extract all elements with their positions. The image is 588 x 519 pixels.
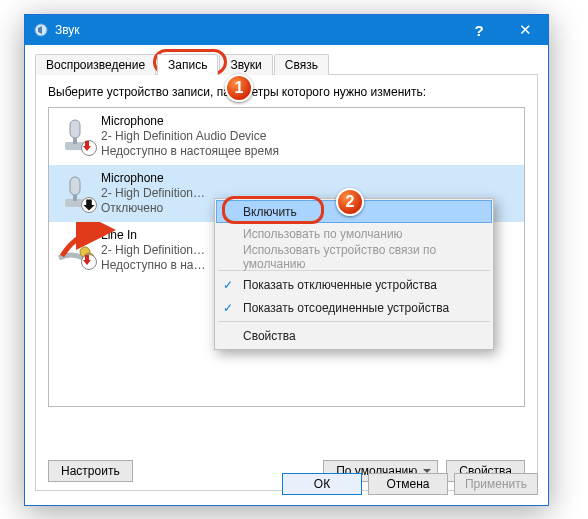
app-icon bbox=[33, 22, 49, 38]
device-text: Microphone 2- High Definition Audio Devi… bbox=[101, 114, 279, 159]
annotation-callout-2: 2 bbox=[336, 188, 364, 216]
context-menu: Включить Использовать по умолчанию Испол… bbox=[214, 198, 494, 350]
instruction-text: Выберите устройство записи, параметры ко… bbox=[48, 85, 525, 99]
check-icon: ✓ bbox=[223, 278, 233, 292]
menu-item-show-disconnected[interactable]: ✓ Показать отсоединенные устройства bbox=[217, 296, 491, 319]
tab-communications[interactable]: Связь bbox=[274, 54, 329, 75]
menu-item-label: Показать отсоединенные устройства bbox=[243, 301, 449, 315]
status-badge-down-icon bbox=[81, 140, 97, 156]
check-icon: ✓ bbox=[223, 301, 233, 315]
device-sub: 2- High Definition… bbox=[101, 186, 205, 201]
device-name: Microphone bbox=[101, 171, 205, 186]
window-title: Звук bbox=[55, 23, 456, 37]
status-badge-disabled-icon bbox=[81, 197, 97, 213]
tab-recording[interactable]: Запись bbox=[157, 54, 218, 75]
title-bar[interactable]: Звук ? ✕ bbox=[25, 15, 548, 45]
menu-item-label: Показать отключенные устройства bbox=[243, 278, 437, 292]
device-state: Отключено bbox=[101, 201, 205, 216]
device-sub: 2- High Definition… bbox=[101, 243, 206, 258]
device-state: Недоступно в настоящее время bbox=[101, 144, 279, 159]
device-name: Line In bbox=[101, 228, 206, 243]
svg-rect-2 bbox=[70, 120, 80, 138]
device-name: Microphone bbox=[101, 114, 279, 129]
svg-rect-3 bbox=[73, 138, 77, 144]
cancel-button[interactable]: Отмена bbox=[368, 473, 448, 495]
annotation-arrow-icon bbox=[60, 222, 116, 262]
device-item[interactable]: Microphone 2- High Definition Audio Devi… bbox=[49, 108, 524, 165]
ok-button[interactable]: ОК bbox=[282, 473, 362, 495]
device-sub: 2- High Definition Audio Device bbox=[101, 129, 279, 144]
microphone-icon bbox=[55, 114, 95, 154]
menu-item-properties[interactable]: Свойства bbox=[217, 324, 491, 347]
device-state: Недоступно в на… bbox=[101, 258, 206, 273]
svg-rect-5 bbox=[70, 177, 80, 195]
tab-sounds[interactable]: Звуки bbox=[219, 54, 272, 75]
menu-item-use-comm-default[interactable]: Использовать устройство связи по умолчан… bbox=[217, 245, 491, 268]
close-button[interactable]: ✕ bbox=[502, 15, 548, 45]
apply-button[interactable]: Применить bbox=[454, 473, 538, 495]
menu-item-show-disabled[interactable]: ✓ Показать отключенные устройства bbox=[217, 273, 491, 296]
menu-separator bbox=[218, 321, 490, 322]
tab-playback[interactable]: Воспроизведение bbox=[35, 54, 156, 75]
device-text: Line In 2- High Definition… Недоступно в… bbox=[101, 228, 206, 273]
tabstrip: Воспроизведение Запись Звуки Связь bbox=[35, 53, 538, 75]
dialog-buttons: ОК Отмена Применить bbox=[35, 473, 538, 495]
svg-rect-6 bbox=[73, 195, 77, 201]
help-button[interactable]: ? bbox=[456, 15, 502, 45]
device-text: Microphone 2- High Definition… Отключено bbox=[101, 171, 205, 216]
annotation-callout-1: 1 bbox=[225, 74, 253, 102]
microphone-icon bbox=[55, 171, 95, 211]
window-buttons: ? ✕ bbox=[456, 15, 548, 45]
